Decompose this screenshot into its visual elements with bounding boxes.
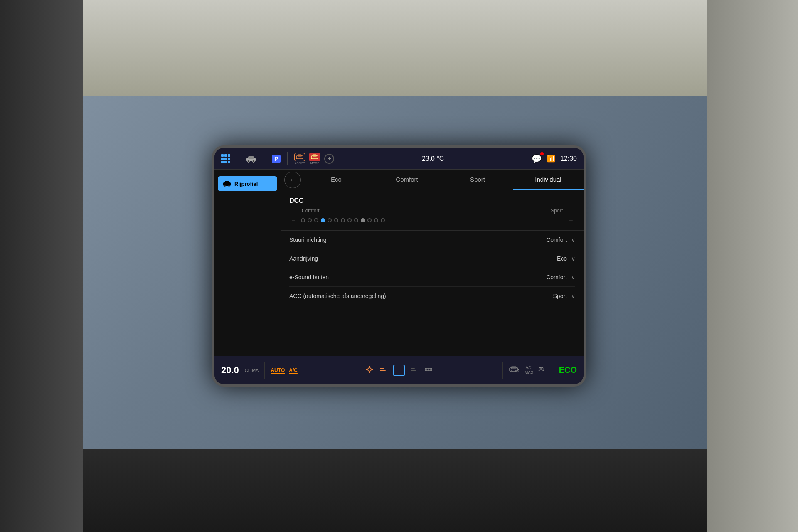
dcc-labels: Comfort Sport — [289, 208, 575, 214]
climate-bar: 20.0 CLIMA AUTO A/C — [214, 356, 584, 384]
mode-label: MODE — [310, 162, 319, 165]
tab-eco[interactable]: Eco — [301, 170, 372, 190]
slider-dot-11 — [367, 218, 372, 222]
fan-left-icon — [380, 368, 387, 372]
climate-divider-2 — [502, 362, 503, 379]
vent-icon[interactable] — [424, 365, 433, 376]
chevron-down-icon-0: ∨ — [571, 236, 575, 243]
setting-right-2: Comfort ∨ — [546, 274, 575, 281]
top-bar-left: P ASSIST — [221, 152, 334, 165]
setting-name-1: Aandrijving — [289, 255, 318, 262]
slider-dot-6 — [334, 218, 338, 222]
tab-sport[interactable]: Sport — [442, 170, 513, 190]
auto-button[interactable]: AUTO — [271, 367, 285, 373]
park-badge[interactable]: P — [272, 155, 281, 163]
setting-row-aandrijving[interactable]: Aandrijving Eco ∨ — [289, 249, 575, 268]
slider-dot-4 — [321, 218, 325, 222]
settings-list: Stuurinrichting Comfort ∨ Aandrijving Ec… — [281, 231, 584, 305]
right-climate-controls: A/CMAX ECO — [509, 362, 577, 379]
dcc-section: DCC Comfort Sport − — [281, 190, 584, 231]
svg-rect-1 — [248, 156, 254, 159]
slider-dot-13 — [381, 218, 385, 222]
eco-badge: ECO — [559, 365, 577, 375]
slider-dot-12 — [374, 218, 378, 222]
setting-name-2: e-Sound buiten — [289, 274, 329, 281]
slider-dot-2 — [308, 218, 312, 222]
slider-dot-5 — [328, 218, 332, 222]
divider — [265, 152, 265, 165]
temperature-display: 23.0 °C — [334, 155, 532, 163]
svg-point-10 — [224, 185, 226, 187]
slider-dot-7 — [341, 218, 345, 222]
tab-individual[interactable]: Individual — [513, 170, 584, 190]
sidebar-item-rijprofiel[interactable]: Rijprofiel — [218, 176, 277, 191]
setting-value-2: Comfort — [546, 274, 567, 281]
clima-label: CLIMA — [245, 368, 259, 373]
car-ac-icon[interactable] — [509, 366, 520, 374]
climate-icons — [302, 365, 497, 376]
slider-minus[interactable]: − — [289, 217, 298, 224]
chevron-down-icon-2: ∨ — [571, 274, 575, 281]
slider-track[interactable] — [301, 215, 564, 225]
fan-right-icon — [411, 368, 418, 372]
center-screen-icon — [393, 365, 405, 376]
infotainment-screen: P ASSIST — [212, 145, 586, 387]
assist-icon — [294, 153, 305, 161]
svg-point-3 — [253, 160, 255, 162]
wind-icon[interactable] — [538, 366, 547, 374]
car-icon[interactable] — [244, 153, 258, 165]
divider — [237, 152, 237, 165]
svg-point-12 — [368, 368, 371, 371]
heat-icon[interactable] — [365, 365, 374, 376]
chevron-down-icon-3: ∨ — [571, 293, 575, 299]
sidebar-item-label: Rijprofiel — [234, 181, 258, 187]
ac-button[interactable]: A/C — [289, 367, 298, 373]
menu-grid-icon[interactable] — [221, 154, 230, 163]
ac-max-label[interactable]: A/CMAX — [525, 365, 534, 375]
dcc-title: DCC — [289, 197, 304, 204]
mode-button[interactable]: MODE — [309, 153, 320, 165]
top-bar: P ASSIST — [214, 148, 584, 170]
slider-dot-8 — [347, 218, 352, 222]
setting-row-stuurinrichting[interactable]: Stuurinrichting Comfort ∨ — [289, 231, 575, 249]
svg-rect-9 — [225, 181, 229, 183]
notification-badge — [540, 152, 544, 155]
setting-name-0: Stuurinrichting — [289, 236, 327, 243]
slider-plus[interactable]: + — [567, 217, 575, 224]
divider — [287, 152, 288, 165]
setting-value-3: Sport — [553, 293, 567, 299]
add-button[interactable]: + — [324, 154, 334, 164]
slider-dot-9 — [354, 218, 358, 222]
dcc-slider[interactable]: − — [289, 215, 575, 225]
setting-right-0: Comfort ∨ — [546, 236, 575, 243]
setting-value-0: Comfort — [546, 236, 567, 243]
setting-row-esound[interactable]: e-Sound buiten Comfort ∨ — [289, 268, 575, 287]
connectivity-icon: 📶 — [547, 155, 555, 163]
assist-label: ASSIST — [295, 162, 305, 165]
setting-right-1: Eco ∨ — [557, 255, 575, 262]
svg-rect-4 — [296, 156, 303, 159]
dcc-comfort-label: Comfort — [302, 208, 320, 214]
sidebar: Rijprofiel — [214, 170, 281, 356]
setting-right-3: Sport ∨ — [553, 293, 575, 299]
back-button[interactable]: ← — [284, 172, 301, 188]
slider-dot-10 — [361, 218, 365, 222]
slider-dot-3 — [314, 218, 318, 222]
assist-button[interactable]: ASSIST — [294, 153, 305, 165]
tab-comfort[interactable]: Comfort — [372, 170, 442, 190]
messages-icon[interactable]: 💬 — [532, 154, 542, 164]
dcc-sport-label: Sport — [551, 208, 563, 214]
climate-divider-3 — [553, 362, 553, 379]
slider-dot-1 — [301, 218, 305, 222]
chevron-down-icon-1: ∨ — [571, 255, 575, 262]
content-panel: ← Eco Comfort Sport Individual — [281, 170, 584, 356]
setting-value-1: Eco — [557, 255, 567, 262]
svg-point-11 — [228, 185, 230, 187]
setting-name-3: ACC (automatische afstandsregeling) — [289, 293, 386, 299]
clock-display: 12:30 — [560, 155, 577, 163]
setting-row-acc[interactable]: ACC (automatische afstandsregeling) Spor… — [289, 287, 575, 305]
main-content: Rijprofiel ← Eco Comfort — [214, 170, 584, 356]
mode-icon — [309, 153, 320, 161]
top-bar-right: 💬 📶 12:30 — [532, 154, 577, 164]
tabs-container: Eco Comfort Sport Individual — [301, 170, 584, 190]
